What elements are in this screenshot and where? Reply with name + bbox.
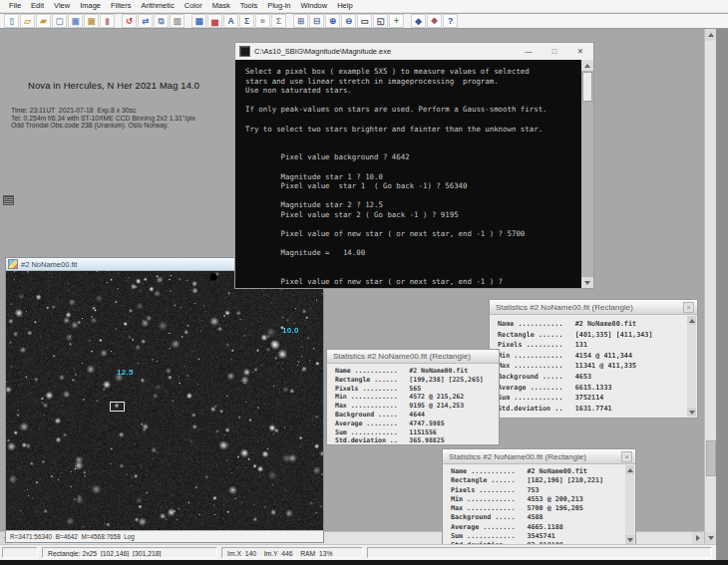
- application-window: FileEditViewImageFiltersArithmeticColorM…: [0, 0, 728, 565]
- scroll-right-icon[interactable]: [692, 532, 704, 544]
- window-3-icon[interactable]: ▣: [84, 14, 99, 28]
- status-bar: Rectangle: 2x25 [102,146] [301,218] Im.X…: [0, 544, 716, 560]
- zoom-in-icon[interactable]: ⊕: [325, 14, 340, 28]
- menu-item-arithmetic[interactable]: Arithmetic: [136, 0, 179, 12]
- window-controls: — □ ✕: [516, 43, 593, 60]
- window-1-icon[interactable]: ▢: [52, 14, 67, 28]
- tile-icon[interactable]: ⊟: [309, 14, 324, 28]
- new-file-icon[interactable]: ▯: [4, 14, 19, 28]
- scroll-up-icon[interactable]: [625, 465, 634, 474]
- stats-body: Name ........... #2 NoName00.fitRectangl…: [443, 464, 635, 544]
- scroll-up-icon[interactable]: [705, 29, 716, 41]
- center-cross-icon[interactable]: +: [389, 14, 404, 28]
- console-line: Magnitude star 1 ? 10.0: [245, 172, 581, 182]
- stats-row: Min ............ 4572 @ 215,262: [335, 393, 499, 402]
- console-line: Magnitude = 14.00: [245, 248, 581, 258]
- statistics-window-1: Statistics #2 NoName00.fit (Rectangle) ×…: [489, 299, 698, 419]
- statistics-window-3: Statistics #2 NoName00.fit (Rectangle) ×…: [442, 448, 636, 544]
- menu-item-view[interactable]: View: [49, 0, 75, 12]
- menu-item-mask[interactable]: Mask: [207, 0, 235, 12]
- annotate-icon[interactable]: A: [223, 14, 238, 28]
- starfield-canvas[interactable]: [6, 271, 323, 530]
- console-line: Try to select two stars brighter and fai…: [245, 125, 581, 135]
- scroll-up-icon[interactable]: [687, 316, 696, 325]
- stats-body: Name ........... #2 NoName00.fitRectangl…: [490, 315, 697, 414]
- stats-body: Name ........... #2 NoName00.fitRectangl…: [327, 364, 499, 445]
- users-icon[interactable]: ❖: [427, 14, 442, 28]
- status-coordinates: Im.X 140 Im.Y 446 RAM 13%: [221, 547, 363, 558]
- close-window-icon[interactable]: ▮: [100, 14, 115, 28]
- scrollbar-thumb[interactable]: [706, 440, 716, 476]
- fit-window-icon[interactable]: ◱: [373, 14, 388, 28]
- zoom-out-icon[interactable]: ⊖: [341, 14, 356, 28]
- menu-item-file[interactable]: File: [4, 0, 26, 12]
- console-line: [245, 96, 581, 106]
- magnitude-annotation-star1: 10.0: [282, 326, 299, 335]
- undo-icon[interactable]: ↺: [122, 14, 137, 28]
- stats-row: Average ........ 4747.5985: [335, 420, 499, 428]
- note-line: Odd Trondal Obs.code 238 (Uranium). Oslo…: [11, 122, 199, 130]
- minimize-button[interactable]: —: [516, 43, 542, 60]
- connect-icon[interactable]: ◆: [411, 14, 426, 28]
- help-icon[interactable]: ?: [443, 14, 458, 28]
- save-file-icon[interactable]: ▰: [36, 14, 51, 28]
- scrollbar-thumb[interactable]: [582, 72, 592, 102]
- menu-item-filters[interactable]: Filters: [106, 0, 136, 12]
- menu-item-help[interactable]: Help: [332, 0, 357, 12]
- menu-item-plug-in[interactable]: Plug-in: [262, 0, 295, 12]
- stats-row: Max ............ 11341 @ 411,335: [498, 361, 697, 372]
- stats-title: Statistics #2 NoName00.fit (Rectangle): [333, 352, 496, 361]
- console-titlebar[interactable]: C:\As10_SBIG\Magnitude\Magnitude.exe — □…: [235, 43, 593, 60]
- close-icon[interactable]: ×: [683, 302, 694, 313]
- scroll-down-icon[interactable]: [687, 408, 696, 417]
- open-file-icon[interactable]: ▱: [20, 14, 35, 28]
- observation-note: Nova in Hercules, N Her 2021 Mag 14.0 Ti…: [11, 81, 199, 130]
- close-button[interactable]: ✕: [567, 43, 593, 60]
- menu-item-window[interactable]: Window: [296, 0, 333, 12]
- histogram-icon[interactable]: ▅: [207, 14, 222, 28]
- menu-item-image[interactable]: Image: [75, 0, 106, 12]
- stats-row: Sum ............ 1151556: [335, 428, 499, 437]
- image-canvas-area[interactable]: 10.0 12.5: [6, 271, 323, 530]
- blink-icon[interactable]: ⊞: [293, 14, 308, 28]
- note-line: Time: 23:11UT 2021-07-18 Exp.8 x 30sc: [11, 107, 199, 115]
- workspace-vertical-scrollbar[interactable]: [704, 29, 716, 544]
- image-adjust-icon[interactable]: ▦: [191, 14, 206, 28]
- swap-images-icon[interactable]: ⇄: [138, 14, 153, 28]
- scroll-up-icon[interactable]: [581, 60, 593, 71]
- scroll-down-icon[interactable]: [705, 532, 716, 544]
- stats-row: Average ........ 6615.1333: [498, 383, 697, 394]
- profile-icon[interactable]: ≈: [255, 14, 270, 28]
- stats-titlebar[interactable]: Statistics #2 NoName00.fit (Rectangle): [327, 350, 499, 364]
- paste-icon[interactable]: ▥: [170, 14, 184, 28]
- stats-row: Rectangle ...... [182,196] [210,221]: [451, 476, 635, 485]
- menu-item-edit[interactable]: Edit: [26, 0, 49, 12]
- close-icon[interactable]: ×: [621, 451, 632, 462]
- stats-scrollbar[interactable]: [625, 465, 634, 544]
- console-icon: [239, 46, 250, 57]
- console-line: [245, 258, 581, 268]
- duplicate-image-icon[interactable]: ⧉: [154, 14, 169, 28]
- workspace: Nova in Hercules, N Her 2021 Mag 14.0 Ti…: [0, 29, 716, 544]
- stats-scrollbar[interactable]: [687, 316, 696, 417]
- stack-sum-icon[interactable]: Σ: [271, 14, 286, 28]
- console-line: Pixel value of new star ( or next star, …: [245, 277, 581, 287]
- stats-titlebar[interactable]: Statistics #2 NoName00.fit (Rectangle) ×: [490, 300, 697, 315]
- image-window-title: #2 NoName00.fit: [21, 260, 77, 269]
- scroll-down-icon[interactable]: [625, 535, 634, 544]
- scroll-down-icon[interactable]: [581, 277, 593, 288]
- window-2-icon[interactable]: ▣: [68, 14, 83, 28]
- stats-row: Std.deviation .. 1631.7741: [498, 404, 697, 415]
- statistics-icon[interactable]: Σ: [239, 14, 254, 28]
- console-line: [245, 162, 581, 172]
- menu-item-color[interactable]: Color: [180, 0, 207, 12]
- console-scrollbar[interactable]: [581, 60, 593, 288]
- maximize-button[interactable]: □: [542, 43, 567, 60]
- stats-row: Pixels ......... 753: [451, 486, 635, 495]
- stats-row: Pixels ......... 565: [335, 385, 499, 394]
- menu-item-tools[interactable]: Tools: [235, 0, 263, 12]
- console-line: Select a pixel box ( example 5X5 ) to me…: [245, 67, 581, 77]
- full-screen-icon[interactable]: ▭: [357, 14, 372, 28]
- stats-titlebar[interactable]: Statistics #2 NoName00.fit (Rectangle) ×: [443, 449, 635, 464]
- image-file-icon: [8, 259, 18, 269]
